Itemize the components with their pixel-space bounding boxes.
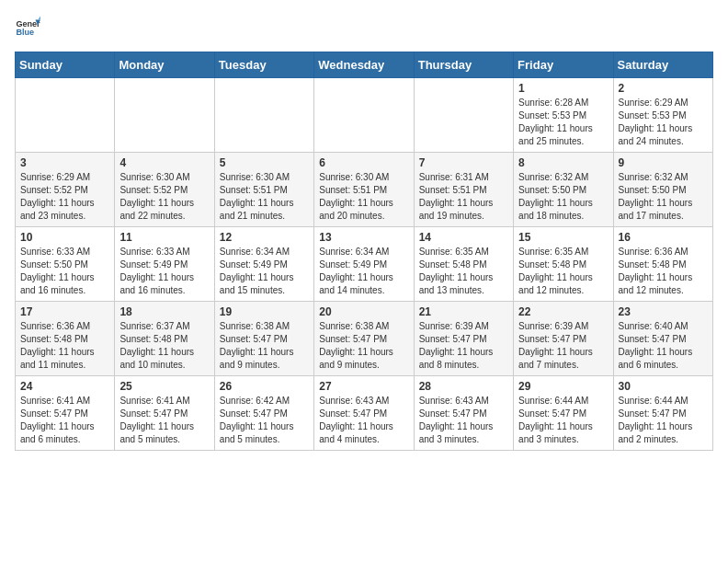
- calendar-cell: 2Sunrise: 6:29 AMSunset: 5:53 PMDaylight…: [613, 78, 712, 153]
- day-number: 9: [619, 156, 708, 169]
- calendar-cell: 17Sunrise: 6:36 AMSunset: 5:48 PMDayligh…: [16, 302, 115, 376]
- day-info: Sunrise: 6:33 AMSunset: 5:49 PMDaylight:…: [119, 246, 209, 297]
- day-info: Sunrise: 6:42 AMSunset: 5:47 PMDaylight:…: [220, 395, 309, 446]
- day-number: 21: [419, 305, 508, 318]
- day-number: 22: [518, 305, 608, 318]
- weekday-header-wednesday: Wednesday: [314, 52, 414, 78]
- calendar-cell: 8Sunrise: 6:32 AMSunset: 5:50 PMDaylight…: [514, 153, 613, 227]
- calendar-cell: 1Sunrise: 6:28 AMSunset: 5:53 PMDaylight…: [514, 78, 613, 153]
- day-info: Sunrise: 6:40 AMSunset: 5:47 PMDaylight:…: [619, 320, 708, 372]
- day-info: Sunrise: 6:41 AMSunset: 5:47 PMDaylight:…: [119, 395, 209, 446]
- day-number: 10: [20, 231, 109, 244]
- day-info: Sunrise: 6:36 AMSunset: 5:48 PMDaylight:…: [619, 246, 708, 297]
- calendar-cell: 19Sunrise: 6:38 AMSunset: 5:47 PMDayligh…: [214, 302, 313, 376]
- day-info: Sunrise: 6:38 AMSunset: 5:47 PMDaylight:…: [220, 320, 309, 372]
- day-info: Sunrise: 6:30 AMSunset: 5:52 PMDaylight:…: [119, 171, 209, 223]
- day-info: Sunrise: 6:32 AMSunset: 5:50 PMDaylight:…: [518, 171, 608, 223]
- day-info: Sunrise: 6:39 AMSunset: 5:47 PMDaylight:…: [419, 320, 508, 372]
- calendar-cell: 21Sunrise: 6:39 AMSunset: 5:47 PMDayligh…: [414, 302, 513, 376]
- week-row-1: 1Sunrise: 6:28 AMSunset: 5:53 PMDaylight…: [16, 78, 713, 153]
- calendar-cell: 23Sunrise: 6:40 AMSunset: 5:47 PMDayligh…: [613, 302, 712, 376]
- calendar-cell: 10Sunrise: 6:33 AMSunset: 5:50 PMDayligh…: [16, 227, 115, 302]
- day-info: Sunrise: 6:29 AMSunset: 5:53 PMDaylight:…: [619, 97, 708, 148]
- page-header: General Blue: [15, 15, 713, 40]
- calendar-cell: [214, 78, 313, 153]
- day-info: Sunrise: 6:43 AMSunset: 5:47 PMDaylight:…: [319, 395, 408, 446]
- day-number: 2: [619, 82, 708, 95]
- calendar-cell: [314, 78, 414, 153]
- day-info: Sunrise: 6:29 AMSunset: 5:52 PMDaylight:…: [20, 171, 109, 223]
- day-info: Sunrise: 6:34 AMSunset: 5:49 PMDaylight:…: [220, 246, 309, 297]
- calendar-cell: 3Sunrise: 6:29 AMSunset: 5:52 PMDaylight…: [16, 153, 115, 227]
- day-info: Sunrise: 6:34 AMSunset: 5:49 PMDaylight:…: [319, 246, 408, 297]
- day-info: Sunrise: 6:30 AMSunset: 5:51 PMDaylight:…: [319, 171, 408, 223]
- calendar-cell: 14Sunrise: 6:35 AMSunset: 5:48 PMDayligh…: [414, 227, 513, 302]
- calendar-cell: 12Sunrise: 6:34 AMSunset: 5:49 PMDayligh…: [214, 227, 313, 302]
- day-info: Sunrise: 6:35 AMSunset: 5:48 PMDaylight:…: [419, 246, 508, 297]
- day-number: 1: [518, 82, 608, 95]
- day-number: 17: [20, 305, 109, 318]
- day-number: 15: [518, 231, 608, 244]
- day-number: 27: [319, 380, 408, 393]
- day-number: 19: [220, 305, 309, 318]
- calendar-cell: 26Sunrise: 6:42 AMSunset: 5:47 PMDayligh…: [214, 376, 313, 451]
- calendar-cell: [115, 78, 214, 153]
- calendar-cell: 9Sunrise: 6:32 AMSunset: 5:50 PMDaylight…: [613, 153, 712, 227]
- calendar-cell: 27Sunrise: 6:43 AMSunset: 5:47 PMDayligh…: [314, 376, 414, 451]
- calendar-table: SundayMondayTuesdayWednesdayThursdayFrid…: [15, 52, 713, 451]
- day-info: Sunrise: 6:32 AMSunset: 5:50 PMDaylight:…: [619, 171, 708, 223]
- calendar-cell: [414, 78, 513, 153]
- calendar-cell: 24Sunrise: 6:41 AMSunset: 5:47 PMDayligh…: [16, 376, 115, 451]
- weekday-header-thursday: Thursday: [414, 52, 513, 78]
- day-number: 12: [220, 231, 309, 244]
- day-number: 20: [319, 305, 408, 318]
- calendar-cell: 13Sunrise: 6:34 AMSunset: 5:49 PMDayligh…: [314, 227, 414, 302]
- day-number: 3: [20, 156, 109, 169]
- day-number: 29: [518, 380, 608, 393]
- calendar-cell: 16Sunrise: 6:36 AMSunset: 5:48 PMDayligh…: [613, 227, 712, 302]
- calendar-cell: 6Sunrise: 6:30 AMSunset: 5:51 PMDaylight…: [314, 153, 414, 227]
- calendar-cell: 29Sunrise: 6:44 AMSunset: 5:47 PMDayligh…: [514, 376, 613, 451]
- calendar-cell: [16, 78, 115, 153]
- calendar-cell: 22Sunrise: 6:39 AMSunset: 5:47 PMDayligh…: [514, 302, 613, 376]
- calendar-cell: 15Sunrise: 6:35 AMSunset: 5:48 PMDayligh…: [514, 227, 613, 302]
- day-info: Sunrise: 6:43 AMSunset: 5:47 PMDaylight:…: [419, 395, 508, 446]
- calendar-cell: 5Sunrise: 6:30 AMSunset: 5:51 PMDaylight…: [214, 153, 313, 227]
- day-info: Sunrise: 6:38 AMSunset: 5:47 PMDaylight:…: [319, 320, 408, 372]
- weekday-header-friday: Friday: [514, 52, 613, 78]
- day-info: Sunrise: 6:31 AMSunset: 5:51 PMDaylight:…: [419, 171, 508, 223]
- calendar-cell: 30Sunrise: 6:44 AMSunset: 5:47 PMDayligh…: [613, 376, 712, 451]
- day-number: 16: [619, 231, 708, 244]
- week-row-3: 10Sunrise: 6:33 AMSunset: 5:50 PMDayligh…: [16, 227, 713, 302]
- calendar-cell: 11Sunrise: 6:33 AMSunset: 5:49 PMDayligh…: [115, 227, 214, 302]
- day-info: Sunrise: 6:41 AMSunset: 5:47 PMDaylight:…: [20, 395, 109, 446]
- calendar-cell: 20Sunrise: 6:38 AMSunset: 5:47 PMDayligh…: [314, 302, 414, 376]
- day-number: 23: [619, 305, 708, 318]
- week-row-4: 17Sunrise: 6:36 AMSunset: 5:48 PMDayligh…: [16, 302, 713, 376]
- day-number: 7: [419, 156, 508, 169]
- calendar-cell: 28Sunrise: 6:43 AMSunset: 5:47 PMDayligh…: [414, 376, 513, 451]
- day-info: Sunrise: 6:36 AMSunset: 5:48 PMDaylight:…: [20, 320, 109, 372]
- calendar-cell: 25Sunrise: 6:41 AMSunset: 5:47 PMDayligh…: [115, 376, 214, 451]
- day-number: 26: [220, 380, 309, 393]
- day-info: Sunrise: 6:33 AMSunset: 5:50 PMDaylight:…: [20, 246, 109, 297]
- day-number: 25: [119, 380, 209, 393]
- day-number: 13: [319, 231, 408, 244]
- calendar-cell: 7Sunrise: 6:31 AMSunset: 5:51 PMDaylight…: [414, 153, 513, 227]
- week-row-2: 3Sunrise: 6:29 AMSunset: 5:52 PMDaylight…: [16, 153, 713, 227]
- day-number: 11: [119, 231, 209, 244]
- calendar-cell: 4Sunrise: 6:30 AMSunset: 5:52 PMDaylight…: [115, 153, 214, 227]
- day-info: Sunrise: 6:37 AMSunset: 5:48 PMDaylight:…: [119, 320, 209, 372]
- day-number: 24: [20, 380, 109, 393]
- svg-text:Blue: Blue: [16, 28, 34, 37]
- day-number: 18: [119, 305, 209, 318]
- day-info: Sunrise: 6:35 AMSunset: 5:48 PMDaylight:…: [518, 246, 608, 297]
- day-info: Sunrise: 6:28 AMSunset: 5:53 PMDaylight:…: [518, 97, 608, 148]
- day-number: 14: [419, 231, 508, 244]
- day-info: Sunrise: 6:44 AMSunset: 5:47 PMDaylight:…: [518, 395, 608, 446]
- day-number: 4: [119, 156, 209, 169]
- day-number: 28: [419, 380, 508, 393]
- weekday-header-saturday: Saturday: [613, 52, 712, 78]
- weekday-header-tuesday: Tuesday: [214, 52, 313, 78]
- calendar-cell: 18Sunrise: 6:37 AMSunset: 5:48 PMDayligh…: [115, 302, 214, 376]
